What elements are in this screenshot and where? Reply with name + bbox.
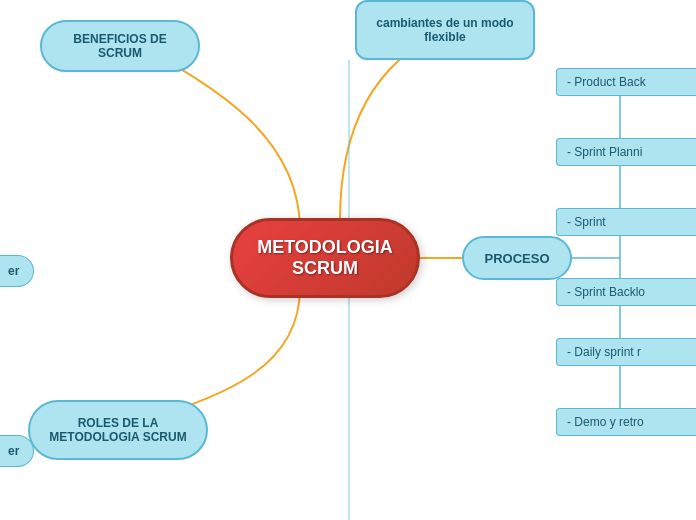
mind-map-canvas: METODOLOGIA SCRUM PROCESO BENEFICIOS DES… xyxy=(0,0,696,520)
roles-node[interactable]: ROLES DE LAMETODOLOGIA SCRUM xyxy=(28,400,208,460)
roles-label: ROLES DE LAMETODOLOGIA SCRUM xyxy=(49,416,186,444)
left-partial-1[interactable]: er xyxy=(0,255,34,287)
right-item-sprint-backlog[interactable]: - Sprint Backlo xyxy=(556,278,696,306)
proceso-node[interactable]: PROCESO xyxy=(462,236,572,280)
right-item-sprint-planning[interactable]: - Sprint Planni xyxy=(556,138,696,166)
flexible-label: cambiantes de un modoflexible xyxy=(376,16,513,44)
right-item-sprint[interactable]: - Sprint xyxy=(556,208,696,236)
center-node-label: METODOLOGIA SCRUM xyxy=(233,237,417,279)
beneficios-node[interactable]: BENEFICIOS DESCRUM xyxy=(40,20,200,72)
flexible-node[interactable]: cambiantes de un modoflexible xyxy=(355,0,535,60)
right-item-product-back[interactable]: - Product Back xyxy=(556,68,696,96)
beneficios-label: BENEFICIOS DESCRUM xyxy=(73,32,166,60)
proceso-label: PROCESO xyxy=(484,251,549,266)
right-item-demo[interactable]: - Demo y retro xyxy=(556,408,696,436)
left-partial-2[interactable]: er xyxy=(0,435,34,467)
right-item-daily-sprint[interactable]: - Daily sprint r xyxy=(556,338,696,366)
center-node[interactable]: METODOLOGIA SCRUM xyxy=(230,218,420,298)
